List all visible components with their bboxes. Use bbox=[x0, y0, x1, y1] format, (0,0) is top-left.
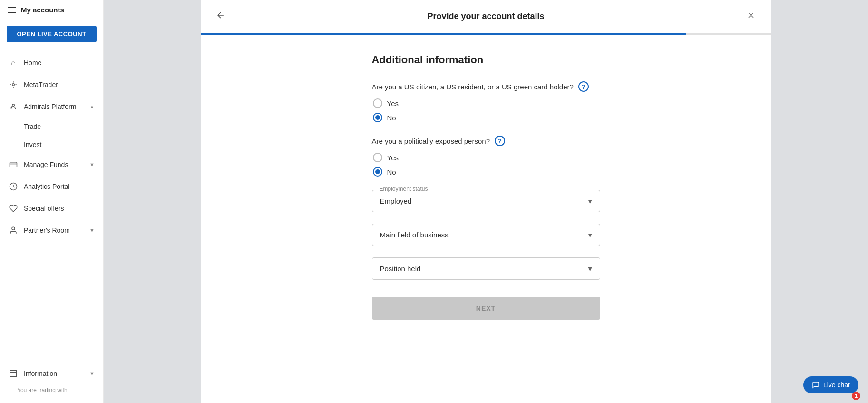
main-content: Provide your account details Additional … bbox=[104, 0, 868, 403]
sidebar-item-home-label: Home bbox=[24, 59, 41, 67]
svg-rect-2 bbox=[10, 162, 17, 167]
partners-room-icon bbox=[9, 226, 18, 235]
back-button[interactable] bbox=[214, 9, 227, 24]
pep-radio-group: Yes No bbox=[373, 153, 600, 177]
pep-yes-radio[interactable] bbox=[373, 153, 382, 162]
position-held-wrapper: Position held Manager Director Analyst ▼ bbox=[372, 257, 600, 280]
sidebar-item-special-offers-label: Special offers bbox=[24, 205, 64, 212]
sidebar-item-metatrader[interactable]: MetaTrader bbox=[0, 74, 103, 96]
svg-point-0 bbox=[12, 84, 15, 86]
sidebar-item-admirals[interactable]: Admirals Platform ▲ bbox=[0, 96, 103, 118]
modal-title: Provide your account details bbox=[427, 11, 544, 21]
metatrader-icon bbox=[9, 80, 18, 89]
information-icon bbox=[9, 369, 18, 378]
information-chevron-icon: ▼ bbox=[89, 371, 95, 376]
pep-no-radio[interactable] bbox=[373, 167, 382, 177]
modal: Provide your account details Additional … bbox=[201, 0, 771, 403]
us-citizen-no-option[interactable]: No bbox=[373, 113, 600, 122]
open-live-account-button[interactable]: OPEN LIVE ACCOUNT bbox=[7, 26, 97, 42]
pep-help-icon[interactable]: ? bbox=[495, 136, 505, 146]
sidebar-item-partners-room-label: Partner's Room bbox=[24, 226, 70, 234]
sidebar-item-partners-room[interactable]: Partner's Room ▼ bbox=[0, 219, 103, 241]
form-container: Additional information Are you a US citi… bbox=[372, 54, 600, 320]
chat-badge: 1 bbox=[852, 392, 860, 400]
pep-yes-option[interactable]: Yes bbox=[373, 153, 600, 162]
employment-status-label: Employment status bbox=[378, 186, 430, 192]
sidebar-item-trade[interactable]: Trade bbox=[0, 118, 103, 136]
business-field-select[interactable]: Main field of business Finance Technolog… bbox=[372, 224, 600, 246]
sidebar-title: My accounts bbox=[21, 6, 64, 14]
trading-with-text: You are trading with bbox=[9, 383, 95, 397]
live-chat-label: Live chat bbox=[823, 381, 850, 389]
us-citizen-yes-option[interactable]: Yes bbox=[373, 98, 600, 108]
admirals-chevron-icon: ▲ bbox=[89, 104, 95, 109]
sidebar-item-information[interactable]: Information ▼ bbox=[9, 364, 95, 383]
us-citizen-block: Are you a US citizen, a US resident, or … bbox=[372, 81, 600, 122]
employment-status-select[interactable]: Employed Self-employed Unemployed Studen… bbox=[372, 190, 600, 212]
us-citizen-question: Are you a US citizen, a US resident, or … bbox=[372, 83, 574, 91]
position-held-select[interactable]: Position held Manager Director Analyst bbox=[372, 257, 600, 280]
employment-status-wrapper: Employment status Employed Self-employed… bbox=[372, 190, 600, 212]
us-citizen-help-icon[interactable]: ? bbox=[578, 81, 589, 92]
pep-block: Are you a politically exposed person? ? … bbox=[372, 136, 600, 177]
manage-funds-chevron-icon: ▼ bbox=[89, 162, 95, 167]
us-citizen-yes-radio[interactable] bbox=[373, 98, 382, 108]
sidebar: My accounts OPEN LIVE ACCOUNT ⌂ Home Met… bbox=[0, 0, 104, 403]
sidebar-item-analytics[interactable]: Analytics Portal bbox=[0, 176, 103, 197]
us-citizen-radio-group: Yes No bbox=[373, 98, 600, 122]
home-icon: ⌂ bbox=[9, 58, 18, 68]
sidebar-header: My accounts bbox=[0, 0, 103, 20]
next-button[interactable]: NEXT bbox=[372, 297, 600, 320]
manage-funds-icon bbox=[9, 160, 18, 169]
live-chat-button[interactable]: Live chat bbox=[803, 376, 858, 393]
svg-point-1 bbox=[12, 104, 15, 107]
section-title: Additional information bbox=[372, 54, 600, 66]
analytics-icon bbox=[9, 182, 18, 191]
pep-no-option[interactable]: No bbox=[373, 167, 600, 177]
close-button[interactable] bbox=[744, 9, 758, 24]
sidebar-item-special-offers[interactable]: Special offers bbox=[0, 197, 103, 219]
modal-body: Additional information Are you a US citi… bbox=[201, 35, 771, 403]
sidebar-nav: ⌂ Home MetaTrader Admirals Platform ▲ Tr… bbox=[0, 48, 103, 358]
pep-question: Are you a politically exposed person? bbox=[372, 137, 490, 145]
business-field-wrapper: Main field of business Finance Technolog… bbox=[372, 224, 600, 246]
sidebar-item-invest[interactable]: Invest bbox=[0, 136, 103, 154]
sidebar-footer: Information ▼ You are trading with bbox=[0, 358, 103, 403]
svg-rect-5 bbox=[10, 370, 17, 377]
sidebar-item-manage-funds-label: Manage Funds bbox=[24, 161, 68, 168]
partners-room-chevron-icon: ▼ bbox=[89, 227, 95, 233]
modal-header: Provide your account details bbox=[201, 0, 771, 33]
information-label: Information bbox=[24, 370, 57, 377]
menu-icon[interactable] bbox=[8, 7, 16, 13]
modal-overlay: Provide your account details Additional … bbox=[104, 0, 868, 403]
us-citizen-no-radio[interactable] bbox=[373, 113, 382, 122]
sidebar-item-home[interactable]: ⌂ Home bbox=[0, 52, 103, 74]
admirals-icon bbox=[9, 102, 18, 111]
svg-point-4 bbox=[12, 227, 15, 230]
sidebar-item-admirals-label: Admirals Platform bbox=[24, 103, 76, 110]
chat-icon bbox=[812, 381, 819, 389]
sidebar-item-metatrader-label: MetaTrader bbox=[24, 81, 58, 88]
sidebar-item-manage-funds[interactable]: Manage Funds ▼ bbox=[0, 154, 103, 176]
special-offers-icon bbox=[9, 204, 18, 213]
sidebar-item-analytics-label: Analytics Portal bbox=[24, 183, 69, 190]
